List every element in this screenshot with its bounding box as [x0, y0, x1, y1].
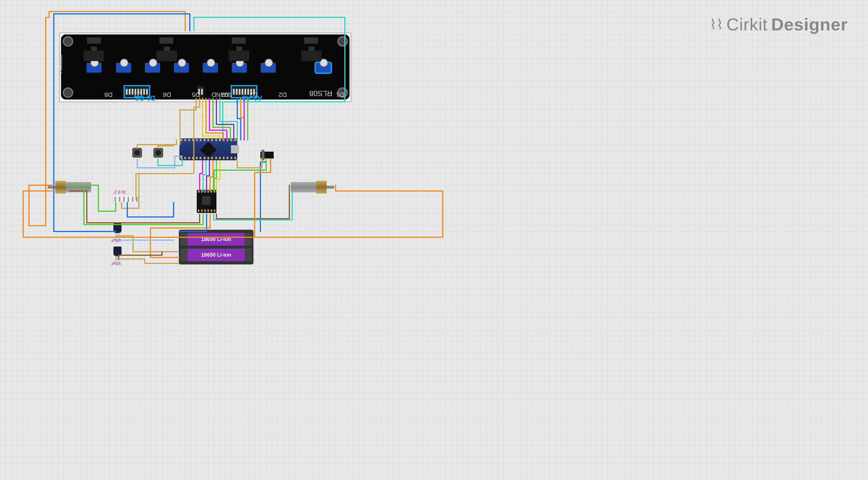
battery-pack[interactable]: 18650 Li-ion 18650 Li-ion — [179, 230, 253, 264]
pot-label: D8 — [104, 91, 113, 98]
pot-label: D1 — [336, 91, 344, 98]
pin-row-bottom[interactable] — [181, 157, 236, 160]
cap-body-icon — [114, 223, 122, 233]
battery-cell: 18650 Li-ion — [181, 233, 252, 246]
pin-row-top[interactable] — [181, 139, 236, 142]
header-strip-label: 3x 0.1" — [113, 190, 126, 194]
ic-icon — [301, 51, 321, 61]
sensor-array-rls08[interactable]: P345063 — [59, 33, 351, 102]
model-label: RLS08 — [309, 89, 333, 98]
arduino-nano[interactable] — [179, 138, 237, 160]
pot-label: D6 — [163, 91, 171, 98]
ic-icon — [229, 51, 249, 61]
motor-right[interactable] — [291, 181, 334, 194]
schematic-canvas[interactable]: ⌇⌇ Cirkit Designer P345063 — [0, 0, 868, 480]
brand-name-light: Cirkit — [726, 14, 768, 34]
gnd-label: GND — [212, 91, 226, 98]
brand-name-bold: Designer — [771, 14, 848, 34]
pushbutton-left[interactable] — [132, 148, 142, 158]
pot-label: D5 — [192, 91, 200, 98]
trimpot-d4[interactable] — [203, 63, 218, 73]
sensor-array-pcb: P345063 — [61, 34, 349, 99]
motor-shaft-icon — [48, 186, 55, 189]
mcu-chip-icon — [200, 142, 217, 158]
analog-header-label: A1-A8 — [242, 94, 262, 102]
motor-shaft-icon — [327, 186, 334, 189]
battery-cell: 18650 Li-ion — [181, 249, 252, 261]
digital-header-label: D1-D8 — [135, 94, 155, 102]
ic-icon — [157, 51, 177, 61]
cap-label: 100µF — [111, 261, 121, 266]
ic-icon — [232, 37, 246, 44]
cap-label: 100µF — [111, 238, 121, 243]
slide-switch[interactable] — [260, 152, 274, 159]
driver-ic-icon — [202, 196, 211, 205]
motor-gearbox-icon — [55, 181, 65, 194]
capacitor-1[interactable]: 100µF — [114, 223, 122, 238]
cap-body-icon — [114, 247, 122, 256]
usb-port-icon — [231, 145, 239, 153]
mount-hole-icon — [63, 36, 73, 46]
capacitor-2[interactable]: 100µF — [114, 247, 122, 261]
ic-icon — [87, 37, 101, 44]
watermark: ⌇⌇ Cirkit Designer — [710, 14, 848, 34]
pcb-side-label: P345063 — [58, 55, 63, 73]
trimpot-d3[interactable] — [232, 63, 247, 73]
motor-driver[interactable] — [197, 190, 216, 213]
motor-left[interactable] — [48, 181, 91, 194]
pin-header-strip[interactable]: 3x 0.1" — [113, 195, 140, 204]
motor-body-icon — [66, 182, 91, 192]
motor-gearbox-icon — [316, 181, 327, 194]
trimpot-d5[interactable] — [174, 63, 189, 73]
mount-hole-icon — [337, 36, 348, 46]
trimpot-d2[interactable] — [261, 63, 276, 73]
cirkit-logo-icon: ⌇⌇ — [710, 18, 723, 32]
ic-icon — [159, 37, 173, 44]
trimpot-d7[interactable] — [116, 63, 131, 73]
trimpot-d6[interactable] — [145, 63, 160, 73]
mount-hole-icon — [63, 87, 73, 98]
ic-icon — [304, 37, 318, 44]
trimpot-d8[interactable] — [87, 63, 101, 73]
ic-icon — [84, 51, 104, 61]
pushbutton-right[interactable] — [153, 148, 163, 158]
pot-label: D2 — [279, 91, 287, 98]
trimpot-d1[interactable] — [316, 63, 331, 73]
motor-body-icon — [291, 182, 316, 192]
5v-label: 5V — [224, 91, 232, 98]
